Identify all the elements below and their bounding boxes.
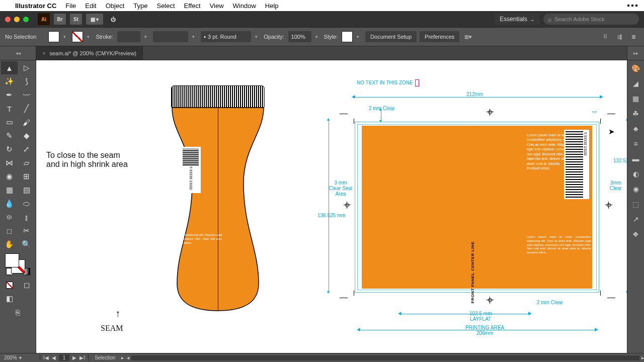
color-guide-panel-icon[interactable]: ◢ — [631, 78, 641, 88]
width-tool[interactable]: ⋈ — [1, 156, 18, 169]
eraser-tool[interactable]: ◆ — [18, 129, 35, 142]
transform-panel-icon[interactable]: ⠿ — [600, 31, 611, 42]
menu-object[interactable]: Object — [106, 2, 125, 10]
preferences-button[interactable]: Preferences — [420, 31, 459, 42]
fill-dropdown-icon[interactable]: ▾ — [63, 34, 66, 39]
gradient-tool[interactable]: ▤ — [18, 184, 35, 197]
align-to-button[interactable]: ⊞▾ — [462, 31, 473, 42]
perspective-tool[interactable]: ⊞ — [18, 170, 35, 183]
hand-tool[interactable]: ✋ — [1, 238, 18, 251]
shaper-tool[interactable]: ✎ — [1, 129, 18, 142]
draw-mode-normal[interactable]: ◻ — [18, 279, 35, 292]
macos-menubar: Illustrator CC File Edit Object Type Sel… — [0, 0, 644, 11]
screen-mode-button[interactable]: ⎘ — [1, 306, 35, 319]
panel-menu-icon[interactable]: ≣ — [628, 31, 639, 42]
brushes-panel-icon[interactable]: ☘ — [631, 109, 641, 119]
blend-tool[interactable]: ⬭ — [18, 197, 35, 210]
gpu-preview-button[interactable]: ⏻ — [107, 14, 119, 25]
pen-tool[interactable]: ✒ — [1, 88, 18, 102]
shape-builder-tool[interactable]: ◉ — [1, 170, 18, 183]
app-menu[interactable]: Illustrator CC — [15, 2, 56, 10]
zoom-level[interactable]: 200%▾ — [0, 355, 40, 360]
curvature-tool[interactable]: 〰 — [18, 88, 35, 102]
cursor-icon: ➤ — [608, 127, 615, 136]
stock-search-input[interactable]: Search Adobe Stock — [543, 14, 639, 25]
bridge-button[interactable]: Br — [54, 14, 66, 25]
artboard-tool[interactable]: □ — [1, 224, 18, 237]
brush-field[interactable]: •3 pt. Round — [201, 31, 251, 42]
fill-stroke-control[interactable] — [1, 251, 35, 279]
magic-wand-tool[interactable]: ✨ — [1, 75, 18, 88]
lasso-tool[interactable]: ⟆ — [18, 75, 35, 88]
menu-edit[interactable]: Edit — [85, 2, 96, 10]
document-tab[interactable]: ×seam.ai* @ 200% (CMYK/Preview) — [36, 46, 143, 60]
fill-swatch[interactable] — [48, 31, 59, 42]
none-mode-button[interactable] — [1, 279, 18, 292]
symbol-sprayer-tool[interactable]: ፨ — [1, 211, 18, 224]
swatches-panel-icon[interactable]: ▦ — [631, 94, 641, 104]
stroke-weight-field[interactable] — [117, 31, 140, 42]
type-tool[interactable]: T — [1, 102, 18, 115]
canvas[interactable]: 5 93338 13182 et, consectetur adipiscing… — [36, 60, 627, 353]
menu-help[interactable]: Help — [265, 2, 279, 10]
line-tool[interactable]: ╱ — [18, 102, 35, 115]
menu-file[interactable]: File — [65, 2, 76, 10]
artwork-dieline: NO TEXT IN THIS ZONE 212mm 2 mm Clear TO… — [315, 79, 627, 353]
direct-selection-tool[interactable]: ▷ — [18, 61, 35, 74]
menu-type[interactable]: Type — [133, 2, 147, 10]
eyedropper-tool[interactable]: 💧 — [1, 197, 18, 210]
stroke-dropdown-icon[interactable]: ▾ — [87, 34, 90, 39]
artboard-nav[interactable]: I◀◀ 1 ▶▶I — [40, 354, 89, 361]
app-chrome-bar: Ai Br St ▦ ▾ ⏻ Essentials Search Adobe S… — [0, 11, 644, 27]
rectangle-tool[interactable]: ▭ — [1, 116, 18, 129]
opacity-label: Opacity: — [264, 34, 284, 40]
menu-select[interactable]: Select — [156, 2, 175, 10]
zoom-tool[interactable]: 🔍 — [18, 238, 35, 251]
slice-tool[interactable]: ✂ — [18, 224, 35, 237]
seam-label: SEAM — [101, 324, 123, 333]
transparency-panel-icon[interactable]: ◐ — [631, 169, 641, 179]
stroke-label: Stroke: — [96, 34, 113, 40]
stroke-swatch[interactable] — [72, 31, 83, 42]
appearance-panel-icon[interactable]: ◉ — [631, 184, 641, 194]
current-tool-label: Selection — [89, 355, 121, 360]
menu-effect[interactable]: Effect — [184, 2, 201, 10]
style-label: Style: — [324, 34, 338, 40]
horizontal-scrollbar[interactable] — [131, 355, 639, 360]
mesh-tool[interactable]: ▦ — [1, 184, 18, 197]
draw-mode-behind[interactable]: ◧ — [1, 292, 18, 305]
column-graph-tool[interactable]: ⫿ — [18, 211, 35, 224]
align-panel-icon[interactable]: ⇶ — [614, 31, 625, 42]
opacity-field[interactable]: 100% — [288, 31, 311, 42]
graphic-styles-panel-icon[interactable]: ⬚ — [631, 199, 641, 209]
gradient-panel-icon[interactable]: ▬ — [631, 154, 641, 164]
seam-arrow-icon: ↑ — [112, 308, 123, 319]
workspace-switcher[interactable]: Essentials — [495, 14, 539, 25]
stock-button[interactable]: St — [70, 14, 82, 25]
color-panel-icon[interactable]: 🎨 — [631, 63, 641, 73]
arrange-documents-button[interactable]: ▦ ▾ — [86, 14, 103, 25]
panels-collapse-icon[interactable]: ▸▸ — [627, 46, 644, 60]
annotation-text: To close to the seamand in high shrink a… — [46, 151, 128, 169]
free-transform-tool[interactable]: ▱ — [18, 156, 35, 169]
var-width-profile[interactable] — [153, 31, 188, 42]
menu-view[interactable]: View — [210, 2, 224, 10]
libraries-panel-icon[interactable]: ↗ — [631, 214, 641, 224]
stroke-panel-icon[interactable]: ≡ — [631, 139, 641, 149]
document-setup-button[interactable]: Document Setup — [365, 31, 417, 42]
window-controls[interactable] — [5, 17, 29, 22]
right-panels: 🎨 ◢ ▦ ☘ ♣ ≡ ▬ ◐ ◉ ⬚ ↗ ❖ — [627, 60, 644, 353]
symbols-panel-icon[interactable]: ♣ — [631, 124, 641, 134]
style-swatch[interactable] — [342, 31, 353, 42]
paintbrush-tool[interactable]: 🖌 — [18, 116, 35, 129]
selection-tool[interactable]: ▲ — [1, 61, 18, 74]
svg-point-1 — [631, 5, 633, 7]
status-bar: 200%▾ I◀◀ 1 ▶▶I Selection ▸ ◂ ▸ — [0, 353, 644, 362]
scale-tool[interactable]: ⤢ — [18, 143, 35, 156]
rotate-tool[interactable]: ↻ — [1, 143, 18, 156]
menu-window[interactable]: Window — [233, 2, 256, 10]
macos-menu-extras-icon[interactable] — [627, 4, 638, 7]
layers-panel-icon[interactable]: ❖ — [631, 229, 641, 239]
tools-collapse-icon[interactable]: ◂◂ — [0, 46, 36, 60]
close-tab-icon[interactable]: × — [42, 50, 45, 56]
